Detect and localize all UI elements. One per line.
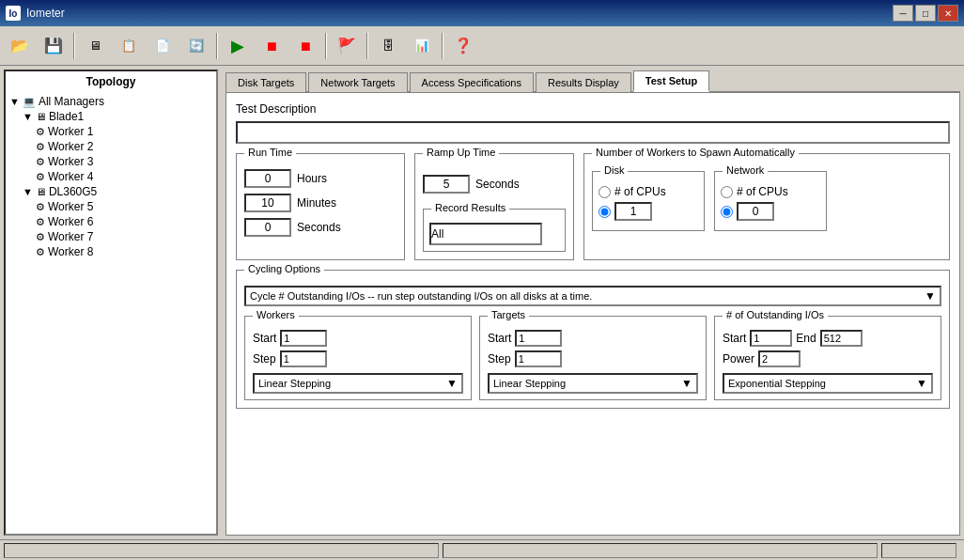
io-stepping-dropdown[interactable]: Exponential Stepping ▼ bbox=[723, 373, 933, 394]
flag-button[interactable]: 🚩 bbox=[331, 30, 363, 62]
network-num-input[interactable] bbox=[737, 202, 774, 221]
targets-step-input[interactable] bbox=[515, 350, 562, 367]
minutes-label: Minutes bbox=[297, 196, 336, 210]
title-bar-controls: ─ □ ✕ bbox=[893, 5, 958, 22]
dl360g5-label: DL360G5 bbox=[49, 185, 97, 198]
disk-cpus-radio[interactable] bbox=[599, 186, 611, 198]
cycle-workers-box: Workers Start Step Linear Step bbox=[244, 316, 472, 400]
hours-input[interactable] bbox=[244, 169, 291, 188]
tree-worker8[interactable]: ⚙ Worker 8 bbox=[9, 244, 212, 259]
worker-button[interactable]: 📊 bbox=[406, 30, 438, 62]
targets-stepping-dropdown[interactable]: Linear Stepping ▼ bbox=[488, 373, 698, 394]
tab-disk-targets[interactable]: Disk Targets bbox=[225, 72, 306, 92]
topology-sidebar: Topology ▼ 💻 All Managers ▼ 🖥 Blade1 ⚙ W… bbox=[4, 70, 218, 536]
tabs: Disk Targets Network Targets Access Spec… bbox=[225, 70, 960, 93]
toolbar-separator-3 bbox=[325, 33, 327, 59]
tree-worker5[interactable]: ⚙ Worker 5 bbox=[9, 199, 212, 214]
io-end-input[interactable] bbox=[820, 330, 863, 347]
toolbar: 📂 💾 🖥 📋 📄 🔄 ▶ ⏹ ⏹ 🚩 🗄 📊 ❓ bbox=[0, 26, 964, 66]
config1-button[interactable]: 🖥 bbox=[79, 30, 111, 62]
ramp-up-time-title: Ramp Up Time bbox=[423, 147, 499, 158]
io-start-input[interactable] bbox=[750, 330, 792, 347]
save-button[interactable]: 💾 bbox=[38, 30, 70, 62]
tab-results-display[interactable]: Results Display bbox=[536, 72, 631, 92]
help-button[interactable]: ❓ bbox=[447, 30, 479, 62]
disk-cpus-row: # of CPUs bbox=[599, 185, 698, 198]
io-power-input[interactable] bbox=[758, 350, 801, 367]
hours-row: Hours bbox=[244, 169, 396, 188]
blade1-icon: 🖥 bbox=[36, 111, 46, 122]
io-start-row: Start End bbox=[723, 330, 933, 347]
statusbar bbox=[0, 539, 964, 560]
tree-worker1[interactable]: ⚙ Worker 1 bbox=[9, 124, 212, 139]
record-results-title: Record Results bbox=[431, 202, 509, 213]
all-managers-icon: ▼ bbox=[9, 96, 20, 107]
record-results-group: Record Results All None Last bbox=[423, 209, 566, 252]
network-cpus-label: # of CPUs bbox=[737, 185, 788, 198]
io-power-row: Power bbox=[723, 350, 933, 367]
tree-worker2[interactable]: ⚙ Worker 2 bbox=[9, 139, 212, 154]
stopall-button[interactable]: ⏹ bbox=[289, 30, 321, 62]
test-description-label: Test Description bbox=[236, 102, 950, 116]
worker1-label: Worker 1 bbox=[48, 125, 93, 138]
targets-start-input[interactable] bbox=[515, 330, 562, 347]
disk-num-radio[interactable] bbox=[599, 206, 611, 218]
network-box-title: Network bbox=[723, 164, 768, 176]
close-button[interactable]: ✕ bbox=[938, 5, 958, 22]
workers-stepping-dropdown[interactable]: Linear Stepping ▼ bbox=[253, 373, 463, 394]
worker5-label: Worker 5 bbox=[48, 200, 93, 213]
title-bar: Io Iometer ─ □ ✕ bbox=[0, 0, 964, 26]
io-start-label: Start bbox=[723, 332, 746, 345]
workers-step-input[interactable] bbox=[280, 350, 327, 367]
config3-button[interactable]: 📄 bbox=[147, 30, 179, 62]
tab-test-setup[interactable]: Test Setup bbox=[633, 70, 709, 92]
cycle-dropdown[interactable]: Cycle # Outstanding I/Os -- run step out… bbox=[244, 286, 941, 306]
start-button[interactable]: ▶ bbox=[222, 30, 254, 62]
tree-all-managers[interactable]: ▼ 💻 All Managers bbox=[9, 94, 212, 109]
worker6-label: Worker 6 bbox=[48, 215, 93, 228]
config4-button[interactable]: 🔄 bbox=[180, 30, 212, 62]
stop-button[interactable]: ⏹ bbox=[256, 30, 288, 62]
worker4-label: Worker 4 bbox=[48, 170, 93, 183]
workers-spawn-group: Number of Workers to Spawn Automatically… bbox=[583, 153, 950, 260]
minimize-button[interactable]: ─ bbox=[893, 5, 913, 22]
all-managers-pc-icon: 💻 bbox=[23, 96, 36, 108]
seconds-input[interactable] bbox=[244, 218, 291, 237]
open-button[interactable]: 📂 bbox=[4, 30, 36, 62]
manager-button[interactable]: 🗄 bbox=[372, 30, 404, 62]
toolbar-separator-2 bbox=[216, 33, 218, 59]
workers-spawn-title: Number of Workers to Spawn Automatically bbox=[592, 147, 799, 158]
ramp-up-input[interactable] bbox=[423, 175, 470, 194]
outstanding-io-title: # of Outstanding I/Os bbox=[723, 309, 828, 320]
minutes-input[interactable] bbox=[244, 194, 291, 212]
tree-worker6[interactable]: ⚙ Worker 6 bbox=[9, 214, 212, 229]
dl360g5-icon: 🖥 bbox=[36, 186, 46, 197]
tree-dl360g5[interactable]: ▼ 🖥 DL360G5 bbox=[9, 184, 212, 199]
workers-start-input[interactable] bbox=[280, 330, 327, 347]
worker2-label: Worker 2 bbox=[48, 140, 93, 153]
tab-access-specifications[interactable]: Access Specifications bbox=[410, 72, 534, 92]
tree-worker7[interactable]: ⚙ Worker 7 bbox=[9, 229, 212, 244]
record-results-select[interactable]: All None Last bbox=[429, 223, 542, 245]
disk-num-input[interactable] bbox=[614, 202, 652, 221]
config2-button[interactable]: 📋 bbox=[113, 30, 145, 62]
targets-step-label: Step bbox=[488, 352, 511, 366]
status-pane-1 bbox=[4, 543, 439, 558]
tab-network-targets[interactable]: Network Targets bbox=[308, 72, 407, 92]
seconds-row: Seconds bbox=[244, 218, 396, 237]
workers-step-label: Step bbox=[253, 352, 276, 366]
network-box: Network # of CPUs bbox=[714, 171, 827, 231]
minutes-row: Minutes bbox=[244, 194, 396, 212]
tree-worker4[interactable]: ⚙ Worker 4 bbox=[9, 169, 212, 184]
test-description-input[interactable] bbox=[236, 121, 950, 144]
network-num-radio[interactable] bbox=[721, 206, 733, 218]
network-cpus-radio[interactable] bbox=[721, 186, 733, 198]
tree-blade1[interactable]: ▼ 🖥 Blade1 bbox=[9, 109, 212, 124]
right-panel: Disk Targets Network Targets Access Spec… bbox=[222, 66, 964, 539]
workers-step-row: Step bbox=[253, 350, 463, 367]
cycle-targets-box: Targets Start Step Linear Step bbox=[479, 316, 707, 400]
app-icon: Io bbox=[6, 6, 21, 21]
workers-stepping-arrow-icon: ▼ bbox=[446, 377, 458, 390]
maximize-button[interactable]: □ bbox=[915, 5, 936, 22]
tree-worker3[interactable]: ⚙ Worker 3 bbox=[9, 154, 212, 169]
